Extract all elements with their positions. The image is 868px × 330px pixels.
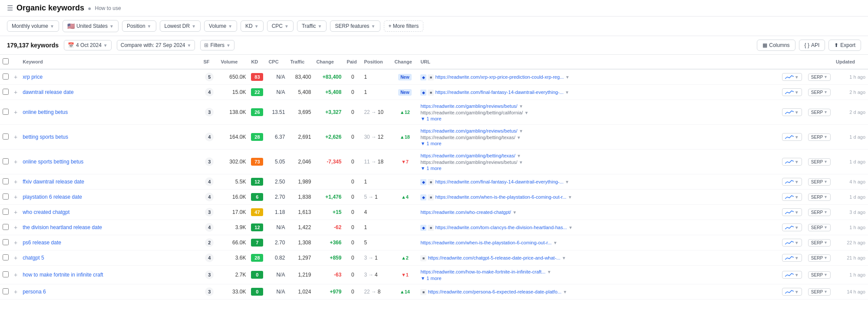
more-urls-link[interactable]: ▼ 1 more [420, 276, 776, 281]
url-dropdown-icon[interactable]: ▼ [524, 110, 528, 115]
url-dropdown-icon[interactable]: ▼ [553, 240, 558, 245]
date-filter-button[interactable]: 📅 4 Oct 2024 ▼ [64, 40, 112, 50]
primary-url-link[interactable]: https://readwrite.com/gambling/betting/t… [420, 153, 515, 158]
sparkline-button[interactable]: ▼ [782, 73, 802, 81]
help-link[interactable]: How to use [95, 5, 121, 11]
serp-features-filter[interactable]: SERP features ▼ [330, 20, 380, 32]
row-checkbox[interactable] [3, 133, 9, 140]
traffic-filter[interactable]: Traffic ▼ [297, 20, 327, 32]
row-checkbox[interactable] [3, 193, 9, 200]
primary-url-link[interactable]: https://readwrite.com/tom-clancys-the-di… [435, 225, 567, 230]
row-checkbox[interactable] [3, 109, 9, 115]
keyword-link[interactable]: ps6 release date [23, 240, 61, 246]
serp-button[interactable]: SERP ▼ [808, 193, 831, 201]
keyword-link[interactable]: chatgpt 5 [23, 255, 44, 261]
columns-button[interactable]: ▦ Columns [757, 40, 795, 51]
expand-row-icon[interactable]: + [14, 271, 17, 278]
sparkline-button[interactable]: ▼ [782, 254, 802, 262]
kd-sort[interactable]: KD [251, 59, 263, 64]
sparkline-button[interactable]: ▼ [782, 88, 802, 96]
country-filter[interactable]: 🇺🇸 United States ▼ [63, 20, 119, 32]
expand-row-icon[interactable]: + [14, 73, 17, 80]
serp-button[interactable]: SERP ▼ [808, 271, 831, 279]
keyword-link[interactable]: betting sports betus [23, 134, 68, 140]
sparkline-button[interactable]: ▼ [782, 158, 802, 166]
header-keyword[interactable]: Keyword [20, 55, 201, 69]
primary-url-link[interactable]: https://readwrite.com/how-to-make-fortni… [420, 269, 545, 274]
kd-filter[interactable]: KD ▼ [241, 20, 264, 32]
header-kd[interactable]: KD [248, 55, 266, 69]
serp-button[interactable]: SERP ▼ [808, 89, 831, 96]
serp-button[interactable]: SERP ▼ [808, 178, 831, 186]
header-volume[interactable]: Volume [218, 55, 248, 69]
serp-button[interactable]: SERP ▼ [808, 254, 831, 262]
volume-sort[interactable]: Volume [221, 59, 246, 64]
position-sort[interactable]: Position [364, 59, 389, 64]
header-traffic[interactable]: Traffic [287, 55, 314, 69]
primary-url-link[interactable]: https://readwrite.com/persona-6-expected… [428, 289, 561, 294]
keyword-link[interactable]: playstation 6 release date [23, 194, 82, 200]
keyword-link[interactable]: ffxiv dawntrail release date [23, 179, 84, 185]
serp-button[interactable]: SERP ▼ [808, 239, 831, 247]
expand-row-icon[interactable]: + [14, 178, 17, 185]
traffic-sort[interactable]: Traffic [290, 59, 311, 64]
sparkline-button[interactable]: ▼ [782, 193, 802, 201]
cpc-sort[interactable]: CPC [268, 59, 285, 64]
expand-row-icon[interactable]: + [14, 239, 17, 246]
url-dropdown-icon[interactable]: ▼ [519, 129, 523, 133]
header-cpc[interactable]: CPC [266, 55, 287, 69]
header-change[interactable]: Change [314, 55, 344, 69]
row-checkbox[interactable] [3, 158, 9, 164]
more-urls-link[interactable]: ▼ 1 more [420, 141, 776, 146]
row-checkbox[interactable] [3, 271, 9, 277]
position-filter[interactable]: Position ▼ [122, 20, 156, 32]
primary-url-link[interactable]: https://readwrite.com/when-is-the-playst… [435, 194, 566, 200]
url-dropdown-icon[interactable]: ▼ [565, 180, 569, 184]
lowest-dr-filter[interactable]: Lowest DR ▼ [160, 20, 201, 32]
keyword-link[interactable]: how to make fortnite in infinite craft [23, 272, 103, 278]
row-checkbox[interactable] [3, 288, 9, 294]
primary-url-link[interactable]: https://readwrite.com/gambling/reviews/b… [420, 103, 517, 109]
filters-button[interactable]: ⊞ Filters ▼ [200, 40, 234, 50]
header-position[interactable]: Position [361, 55, 392, 69]
row-checkbox[interactable] [3, 254, 9, 260]
primary-url-link[interactable]: https://readwrite.com/final-fantasy-14-d… [435, 90, 563, 95]
sparkline-button[interactable]: ▼ [782, 178, 802, 186]
more-urls-link[interactable]: ▼ 1 more [420, 166, 776, 171]
expand-row-icon[interactable]: + [14, 158, 17, 165]
primary-url-link[interactable]: https://readwrite.com/xrp-xrp-price-pred… [435, 74, 564, 80]
keyword-link[interactable]: online sports betting betus [23, 159, 83, 165]
url-dropdown-icon[interactable]: ▼ [562, 256, 566, 260]
row-checkbox[interactable] [3, 239, 9, 245]
url-dropdown-icon[interactable]: ▼ [517, 153, 521, 158]
keyword-link[interactable]: online betting betus [23, 109, 68, 115]
row-checkbox[interactable] [3, 178, 9, 184]
select-all-checkbox[interactable] [3, 58, 9, 64]
serp-button[interactable]: SERP ▼ [808, 73, 831, 81]
row-checkbox[interactable] [3, 224, 9, 230]
url-dropdown-icon[interactable]: ▼ [563, 290, 567, 294]
serp-button[interactable]: SERP ▼ [808, 109, 831, 116]
sparkline-button[interactable]: ▼ [782, 133, 802, 141]
primary-url-link[interactable]: https://readwrite.com/when-is-the-playst… [420, 240, 551, 245]
keyword-link[interactable]: xrp price [23, 74, 43, 80]
more-filters-button[interactable]: + More filters [384, 20, 424, 32]
export-button[interactable]: ⬆ Export [828, 40, 861, 51]
serp-button[interactable]: SERP ▼ [808, 224, 831, 231]
expand-row-icon[interactable]: + [14, 109, 17, 116]
cpc-filter[interactable]: CPC ▼ [267, 20, 294, 32]
sparkline-button[interactable]: ▼ [782, 108, 802, 116]
sparkline-button[interactable]: ▼ [782, 288, 802, 296]
url-dropdown-icon[interactable]: ▼ [517, 135, 521, 140]
url-dropdown-icon[interactable]: ▼ [547, 270, 551, 274]
url-dropdown-icon[interactable]: ▼ [519, 104, 523, 109]
keyword-link[interactable]: dawntrail release date [23, 89, 73, 95]
primary-url-link[interactable]: https://readwrite.com/chatgpt-5-release-… [428, 255, 560, 260]
keyword-link[interactable]: the division heartland release date [23, 224, 102, 230]
url-sort[interactable]: URL [420, 59, 776, 64]
expand-row-icon[interactable]: + [14, 288, 17, 295]
compare-button[interactable]: Compare with: 27 Sep 2024 ▼ [117, 40, 195, 50]
serp-button[interactable]: SERP ▼ [808, 133, 831, 141]
header-url[interactable]: URL [418, 55, 779, 69]
paid-sort[interactable]: Paid [347, 59, 359, 64]
